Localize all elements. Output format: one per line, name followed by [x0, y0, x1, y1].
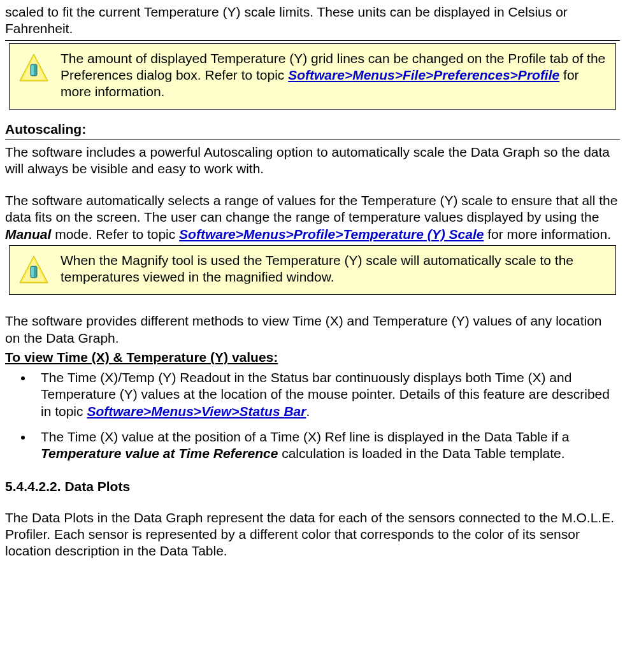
note2-text: When the Magnify tool is used the Temper… — [61, 253, 573, 284]
svg-rect-3 — [31, 65, 34, 75]
note-text: The amount of displayed Temperature (Y) … — [61, 50, 607, 101]
heading-data-plots: 5.4.4.2.2. Data Plots — [5, 478, 620, 495]
note-box-gridlines: The amount of displayed Temperature (Y) … — [9, 43, 616, 110]
link-preferences-profile[interactable]: Software>Menus>File>Preferences>Profile — [288, 68, 559, 82]
tip-icon — [18, 53, 49, 83]
view-intro: The software provides different methods … — [5, 313, 620, 347]
link-status-bar[interactable]: Software>Menus>View>Status Bar — [87, 404, 306, 418]
tip-icon — [18, 255, 49, 285]
heading-autoscaling: Autoscaling: — [5, 121, 620, 139]
autoscaling-p2-bold: Manual — [5, 227, 51, 241]
svg-rect-7 — [31, 267, 34, 277]
list-item: The Time (X)/Temp (Y) Readout in the Sta… — [33, 369, 620, 420]
view-values-list: The Time (X)/Temp (Y) Readout in the Sta… — [5, 369, 620, 462]
bullet2-bold: Temperature value at Time Reference — [41, 446, 278, 461]
divider — [5, 40, 620, 41]
autoscaling-p1: The software includes a powerful Autosca… — [5, 144, 620, 178]
list-item: The Time (X) value at the position of a … — [33, 429, 620, 462]
autoscaling-p2-mid: mode. Refer to topic — [51, 227, 179, 241]
bullet2-pre: The Time (X) value at the position of a … — [41, 429, 570, 444]
autoscaling-p2: The software automatically selects a ran… — [5, 192, 620, 243]
bullet1-post: . — [306, 404, 310, 418]
note-text: When the Magnify tool is used the Temper… — [61, 252, 607, 286]
autoscaling-p2-post: for more information. — [484, 227, 611, 241]
bullet2-post: calculation is loaded in the Data Table … — [278, 446, 564, 461]
link-temperature-y-scale[interactable]: Software>Menus>Profile>Temperature (Y) S… — [179, 227, 484, 241]
autoscaling-p2-pre: The software automatically selects a ran… — [5, 193, 617, 224]
intro-paragraph: scaled to fit the current Temperature (Y… — [5, 4, 620, 38]
note-box-magnify: When the Magnify tool is used the Temper… — [9, 245, 616, 296]
dataplots-p1: The Data Plots in the Data Graph represe… — [5, 510, 620, 560]
heading-view-values: To view Time (X) & Temperature (Y) value… — [5, 349, 620, 366]
